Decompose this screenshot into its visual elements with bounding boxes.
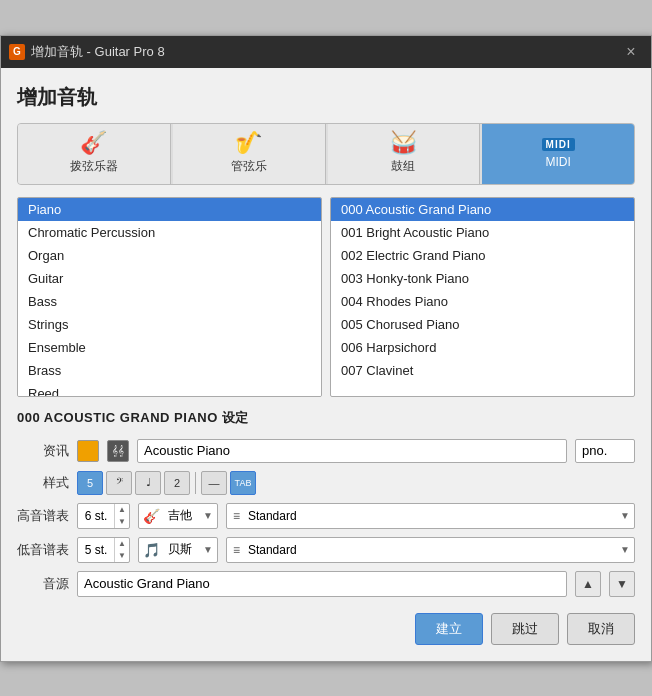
style-label: 样式 xyxy=(17,474,69,492)
tab-wind[interactable]: 🎷 管弦乐 xyxy=(173,124,326,184)
plucked-icon: 🎸 xyxy=(80,132,107,154)
app-icon: G xyxy=(9,44,25,60)
treble-spinner-arrows: ▲ ▼ xyxy=(114,504,129,528)
footer-buttons: 建立 跳过 取消 xyxy=(17,609,635,645)
tab-drums[interactable]: 🥁 鼓组 xyxy=(328,124,481,184)
track-type-tabs: 🎸 拨弦乐器 🎷 管弦乐 🥁 鼓组 MIDI MIDI xyxy=(17,123,635,185)
instrument-name-input[interactable] xyxy=(137,439,567,463)
treble-strings-spinner[interactable]: 6 st. ▲ ▼ xyxy=(77,503,130,529)
color-swatch[interactable] xyxy=(77,440,99,462)
sound-next-icon: ▼ xyxy=(616,577,628,591)
style-separator xyxy=(195,472,196,494)
bass-strings-down[interactable]: ▼ xyxy=(115,550,129,562)
staff-icon-btn[interactable]: 𝄞𝄞 xyxy=(107,440,129,462)
treble-strings-down[interactable]: ▼ xyxy=(115,516,129,528)
instrument-list[interactable]: 000 Acoustic Grand Piano 001 Bright Acou… xyxy=(330,197,635,397)
bass-standard-value: Standard xyxy=(246,543,616,557)
style-btn-line[interactable]: — xyxy=(201,471,227,495)
staff-icon: 𝄞𝄞 xyxy=(112,445,124,457)
bass-standard-arrow-icon: ▼ xyxy=(616,544,634,555)
treble-row: 高音谱表 6 st. ▲ ▼ 🎸 吉他 ▼ ≡ Standard ▼ xyxy=(17,503,635,529)
list-item[interactable]: Brass xyxy=(18,359,321,382)
bass-combo-arrow-icon: ▼ xyxy=(199,544,217,555)
sound-row: 音源 ▲ ▼ xyxy=(17,571,635,597)
treble-label: 高音谱表 xyxy=(17,507,69,525)
sound-prev-button[interactable]: ▲ xyxy=(575,571,601,597)
page-title: 增加音轨 xyxy=(17,84,635,111)
window: G 增加音轨 - Guitar Pro 8 × 增加音轨 🎸 拨弦乐器 🎷 管弦… xyxy=(0,35,652,662)
style-tab-label: TAB xyxy=(235,478,252,488)
tab-midi[interactable]: MIDI MIDI xyxy=(482,124,634,184)
treble-standard-icon: ≡ xyxy=(227,509,246,523)
bass-strings-up[interactable]: ▲ xyxy=(115,538,129,550)
wind-icon: 🎷 xyxy=(235,132,262,154)
treble-strings-up[interactable]: ▲ xyxy=(115,504,129,516)
treble-instrument-combo[interactable]: 🎸 吉他 ▼ xyxy=(138,503,218,529)
list-item[interactable]: Ensemble xyxy=(18,336,321,359)
bass-instrument-combo[interactable]: 🎵 贝斯 ▼ xyxy=(138,537,218,563)
style-line-label: — xyxy=(209,477,220,489)
bass-standard-combo[interactable]: ≡ Standard ▼ xyxy=(226,537,635,563)
style-sig-label: 𝄢 xyxy=(116,476,123,489)
close-button[interactable]: × xyxy=(619,40,643,64)
sound-prev-icon: ▲ xyxy=(582,577,594,591)
style-row: 样式 5 𝄢 ♩ 2 — xyxy=(17,471,635,495)
bass-instrument-icon: 🎵 xyxy=(139,542,164,558)
style-2-label: 2 xyxy=(174,477,180,489)
style-btn-note[interactable]: ♩ xyxy=(135,471,161,495)
style-btn-2[interactable]: 2 xyxy=(164,471,190,495)
treble-standard-combo[interactable]: ≡ Standard ▼ xyxy=(226,503,635,529)
style-btn-5[interactable]: 5 xyxy=(77,471,103,495)
list-item[interactable]: 006 Harpsichord xyxy=(331,336,634,359)
instrument-short-input[interactable] xyxy=(575,439,635,463)
sound-label: 音源 xyxy=(17,575,69,593)
create-button[interactable]: 建立 xyxy=(415,613,483,645)
tab-plucked-label: 拨弦乐器 xyxy=(70,158,118,175)
list-item[interactable]: 000 Acoustic Grand Piano xyxy=(331,198,634,221)
style-btn-tab[interactable]: TAB xyxy=(230,471,256,495)
style-btn-sig[interactable]: 𝄢 xyxy=(106,471,132,495)
bass-label: 低音谱表 xyxy=(17,541,69,559)
treble-standard-arrow-icon: ▼ xyxy=(616,510,634,521)
list-item[interactable]: 002 Electric Grand Piano xyxy=(331,244,634,267)
treble-standard-value: Standard xyxy=(246,509,616,523)
bass-row: 低音谱表 5 st. ▲ ▼ 🎵 贝斯 ▼ ≡ Standard ▼ xyxy=(17,537,635,563)
treble-instrument-icon: 🎸 xyxy=(139,508,164,524)
style-buttons: 5 𝄢 ♩ 2 — TAB xyxy=(77,471,256,495)
tab-plucked[interactable]: 🎸 拨弦乐器 xyxy=(18,124,171,184)
dialog-content: 增加音轨 🎸 拨弦乐器 🎷 管弦乐 🥁 鼓组 MIDI MIDI xyxy=(1,68,651,661)
bass-standard-icon: ≡ xyxy=(227,543,246,557)
skip-button[interactable]: 跳过 xyxy=(491,613,559,645)
settings-title: 000 ACOUSTIC GRAND PIANO 设定 xyxy=(17,409,635,427)
bass-strings-spinner[interactable]: 5 st. ▲ ▼ xyxy=(77,537,130,563)
instrument-lists: Piano Chromatic Percussion Organ Guitar … xyxy=(17,197,635,397)
titlebar: G 增加音轨 - Guitar Pro 8 × xyxy=(1,36,651,68)
style-5-label: 5 xyxy=(87,477,93,489)
list-item[interactable]: Chromatic Percussion xyxy=(18,221,321,244)
midi-badge: MIDI xyxy=(542,138,575,151)
cancel-button[interactable]: 取消 xyxy=(567,613,635,645)
sound-source-input[interactable] xyxy=(77,571,567,597)
list-item[interactable]: 005 Chorused Piano xyxy=(331,313,634,336)
treble-instrument-value: 吉他 xyxy=(164,507,199,524)
list-item[interactable]: Reed xyxy=(18,382,321,397)
list-item[interactable]: Piano xyxy=(18,198,321,221)
bass-strings-value: 5 st. xyxy=(78,543,114,557)
app-icon-letter: G xyxy=(13,46,21,57)
tab-midi-label: MIDI xyxy=(545,155,570,169)
treble-strings-value: 6 st. xyxy=(78,509,114,523)
sound-next-button[interactable]: ▼ xyxy=(609,571,635,597)
info-label: 资讯 xyxy=(17,442,69,460)
category-list[interactable]: Piano Chromatic Percussion Organ Guitar … xyxy=(17,197,322,397)
tab-drums-label: 鼓组 xyxy=(391,158,415,175)
list-item[interactable]: Strings xyxy=(18,313,321,336)
list-item[interactable]: 003 Honky-tonk Piano xyxy=(331,267,634,290)
list-item[interactable]: Organ xyxy=(18,244,321,267)
list-item[interactable]: 004 Rhodes Piano xyxy=(331,290,634,313)
treble-combo-arrow-icon: ▼ xyxy=(199,510,217,521)
list-item[interactable]: 001 Bright Acoustic Piano xyxy=(331,221,634,244)
list-item[interactable]: Guitar xyxy=(18,267,321,290)
window-title: 增加音轨 - Guitar Pro 8 xyxy=(31,43,613,61)
list-item[interactable]: 007 Clavinet xyxy=(331,359,634,382)
list-item[interactable]: Bass xyxy=(18,290,321,313)
